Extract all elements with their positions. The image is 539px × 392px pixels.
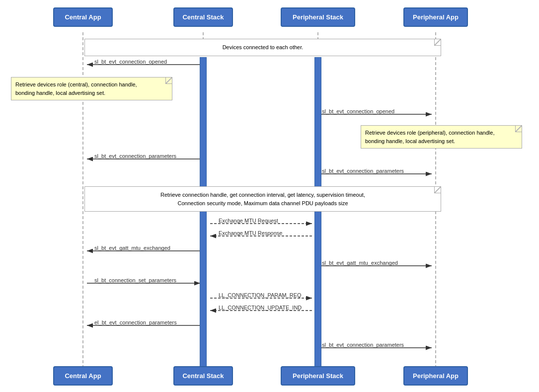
actor-central-stack-top: Central Stack (173, 7, 233, 27)
activation-bar-peripheral-stack (314, 57, 321, 370)
actor-central-stack-bottom: Central Stack (173, 366, 233, 386)
msg-label-1: sl_bt_evt_connection_opened (94, 59, 167, 65)
msg-label-2: sl_bt_evt_connection_opened (322, 108, 394, 114)
msg-label-4: sl_bt_evt_connection_parameters (322, 168, 404, 174)
msg-label-9: sl_bt_connection_set_parameters (94, 277, 176, 283)
note-connection-handle: Retrieve connection handle, get connecti… (84, 186, 441, 212)
diagram-container: Central App Central Stack Peripheral Sta… (0, 0, 539, 392)
note-devices-connected: Devices connected to each other. (84, 39, 441, 56)
activation-bar-central-stack (200, 57, 207, 370)
note-central-role: Retrieve devices role (central), connect… (11, 77, 172, 100)
msg-label-7: sl_bt_evt_gatt_mtu_exchanged (94, 245, 170, 251)
actor-central-app-top: Central App (53, 7, 113, 27)
msg-label-13: sl_bt_evt_connection_parameters (322, 342, 404, 348)
msg-label-5: Exchange MTU Request (219, 218, 278, 224)
actor-peripheral-app-top: Peripheral App (403, 7, 468, 27)
msg-label-3: sl_bt_evt_connection_parameters (94, 153, 176, 159)
actor-peripheral-stack-bottom: Peripheral Stack (281, 366, 355, 386)
msg-label-11: LL_CONNECTION_UPDATE_IND (219, 305, 302, 311)
note-peripheral-role: Retrieve devices role (peripheral), conn… (361, 125, 522, 149)
actor-peripheral-stack-top: Peripheral Stack (281, 7, 355, 27)
msg-label-10: LL_CONNECTION_PARAM_REQ (219, 292, 302, 298)
msg-label-12: el_bt_evt_connection_parameters (94, 319, 177, 325)
actor-peripheral-app-bottom: Peripheral App (403, 366, 468, 386)
msg-label-6: Exchange MTU Response (219, 230, 282, 236)
msg-label-8: sl_bt_evt_gatt_mtu_exchanged (322, 260, 398, 266)
actor-central-app-bottom: Central App (53, 366, 113, 386)
